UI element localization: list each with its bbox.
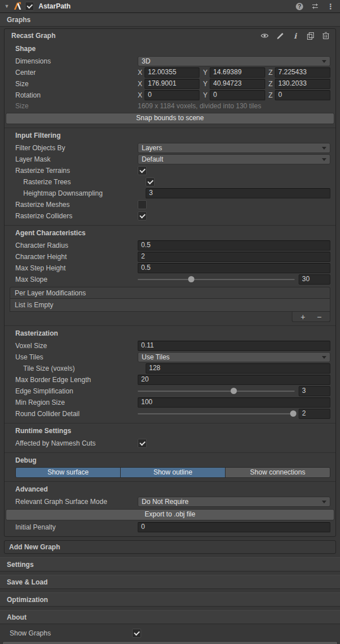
center-x-field[interactable]: 12.00355 — [144, 67, 199, 78]
export-obj-button[interactable]: Export to .obj file — [6, 509, 334, 520]
remove-item-button[interactable]: − — [313, 313, 325, 321]
min-region-size-field[interactable]: 100 — [138, 397, 330, 408]
character-height-label: Character Height — [5, 253, 138, 261]
voxel-size-row: Voxel Size 0.11 — [5, 340, 335, 351]
filter-objects-by-row: Filter Objects By Layers — [5, 142, 335, 154]
presets-icon[interactable] — [311, 2, 319, 10]
voxel-size-field[interactable]: 0.11 — [138, 341, 330, 351]
info-icon[interactable]: i — [291, 32, 299, 40]
add-item-button[interactable]: + — [298, 313, 309, 321]
foldout-arrow-icon[interactable]: ▼ — [3, 3, 10, 9]
min-region-size-label: Min Region Size — [5, 399, 138, 406]
rotation-y-field[interactable]: 0 — [210, 90, 265, 100]
section-optimization[interactable]: Optimization — [0, 592, 340, 607]
toggle-visibility-eye-icon[interactable] — [261, 32, 269, 40]
divider — [5, 128, 335, 128]
edge-simplification-slider[interactable] — [138, 391, 295, 392]
list-empty-row: List is Empty — [10, 299, 330, 312]
show-outline-button[interactable]: Show outline — [121, 468, 226, 477]
per-layer-modifications-header[interactable]: Per Layer Modifications — [10, 287, 330, 299]
max-step-height-row: Max Step Height 0.5 — [5, 262, 335, 274]
use-tiles-dropdown[interactable]: Use Tiles — [138, 352, 330, 362]
voxel-size-label: Voxel Size — [5, 342, 138, 350]
size-x-field[interactable]: 176.9001 — [144, 79, 199, 89]
section-about[interactable]: About — [0, 610, 340, 624]
show-graphs-checkbox[interactable] — [132, 629, 141, 638]
rasterize-colliders-checkbox[interactable] — [138, 211, 147, 221]
relevant-graph-surface-mode-label: Relevant Graph Surface Mode — [5, 498, 138, 506]
show-surface-button[interactable]: Show surface — [16, 468, 121, 477]
divider — [5, 452, 335, 453]
slider-handle[interactable] — [231, 388, 237, 394]
graphs-header-label: Graphs — [7, 16, 31, 24]
chevron-down-icon — [322, 501, 326, 503]
heightmap-downsampling-field[interactable]: 3 — [146, 188, 330, 198]
round-collider-detail-value-field[interactable]: 2 — [299, 409, 330, 419]
section-settings[interactable]: Settings — [0, 557, 340, 571]
dimensions-dropdown[interactable]: 3D — [138, 56, 330, 66]
max-slope-value-field[interactable]: 30 — [299, 274, 330, 285]
add-new-graph-button[interactable]: Add New Graph — [4, 540, 336, 554]
rasterize-trees-checkbox[interactable] — [146, 177, 155, 187]
per-layer-modifications-list: Per Layer Modifications List is Empty + … — [10, 287, 330, 322]
relevant-graph-surface-mode-dropdown[interactable]: Do Not Require — [138, 497, 330, 507]
edit-pencil-icon[interactable] — [276, 32, 284, 40]
component-enabled-checkbox[interactable] — [25, 2, 34, 11]
layer-mask-row: Layer Mask Default — [5, 154, 335, 165]
round-collider-detail-slider[interactable] — [138, 413, 295, 414]
affected-by-navmesh-cuts-checkbox[interactable] — [138, 439, 147, 448]
slider-handle[interactable] — [290, 410, 296, 417]
scan-button[interactable]: Scan — [2, 641, 338, 644]
debug-toggle-group: Show surface Show outline Show connectio… — [15, 467, 330, 478]
size-z-field[interactable]: 130.2033 — [275, 79, 330, 89]
debug-section-header: Debug — [5, 456, 335, 465]
max-slope-slider[interactable] — [138, 279, 295, 280]
rasterize-colliders-row: Rasterize Colliders — [5, 210, 335, 222]
affected-by-navmesh-cuts-label: Affected by Navmesh Cuts — [5, 439, 138, 447]
center-z-field[interactable]: 7.225433 — [275, 67, 330, 78]
character-radius-field[interactable]: 0.5 — [138, 240, 330, 251]
delete-graph-trash-icon[interactable] — [322, 32, 330, 40]
axis-y-label: Y — [203, 80, 207, 88]
filter-objects-by-dropdown[interactable]: Layers — [138, 143, 330, 153]
character-height-field[interactable]: 2 — [138, 252, 330, 262]
axis-x-label: X — [138, 80, 142, 88]
initial-penalty-field[interactable]: 0 — [138, 522, 330, 532]
show-connections-button[interactable]: Show connections — [226, 468, 330, 477]
size-y-field[interactable]: 40.94723 — [210, 79, 265, 89]
edge-simplification-value-field[interactable]: 3 — [299, 386, 330, 396]
center-y-field[interactable]: 14.69389 — [210, 67, 265, 78]
heightmap-downsampling-row: Heightmap Downsampling 3 — [5, 188, 335, 199]
edge-simplification-label: Edge Simplification — [5, 387, 138, 395]
tile-size-row: Tile Size (voxels) 128 — [5, 363, 335, 374]
max-border-edge-length-label: Max Border Edge Length — [5, 376, 138, 384]
rasterize-meshes-label: Rasterize Meshes — [5, 201, 138, 209]
about-label: About — [7, 613, 27, 621]
layer-mask-dropdown[interactable]: Default — [138, 154, 330, 164]
slider-handle[interactable] — [188, 276, 194, 282]
layer-mask-label: Layer Mask — [5, 155, 138, 163]
max-border-edge-length-field[interactable]: 20 — [138, 375, 330, 385]
axis-x-label: X — [138, 91, 142, 99]
rotation-label: Rotation — [5, 91, 138, 99]
duplicate-graph-icon[interactable] — [307, 32, 314, 40]
chevron-down-icon — [322, 147, 326, 150]
section-save-load[interactable]: Save & Load — [0, 575, 340, 589]
rotation-row: Rotation X0 Y0 Z0 — [5, 90, 335, 101]
help-icon[interactable]: ? — [296, 3, 303, 10]
tile-size-field[interactable]: 128 — [146, 363, 330, 374]
show-graphs-label: Show Graphs — [0, 629, 132, 637]
max-step-height-field[interactable]: 0.5 — [138, 263, 330, 273]
chevron-down-icon — [322, 60, 326, 63]
filter-objects-by-value: Layers — [142, 144, 162, 152]
chevron-down-icon — [322, 158, 326, 161]
rotation-z-field[interactable]: 0 — [275, 90, 330, 100]
voxel-info-row: Size 1609 x 1184 voxels, divided into 13… — [5, 101, 335, 111]
recast-graph-title-row[interactable]: Recast Graph i — [5, 30, 335, 41]
axis-y-label: Y — [203, 69, 207, 77]
rasterize-terrains-checkbox[interactable] — [138, 166, 147, 175]
snap-bounds-button[interactable]: Snap bounds to scene — [6, 113, 334, 124]
rotation-x-field[interactable]: 0 — [144, 90, 199, 100]
context-menu-icon[interactable]: ⋮ — [327, 2, 334, 11]
rasterize-meshes-checkbox[interactable] — [138, 200, 147, 209]
